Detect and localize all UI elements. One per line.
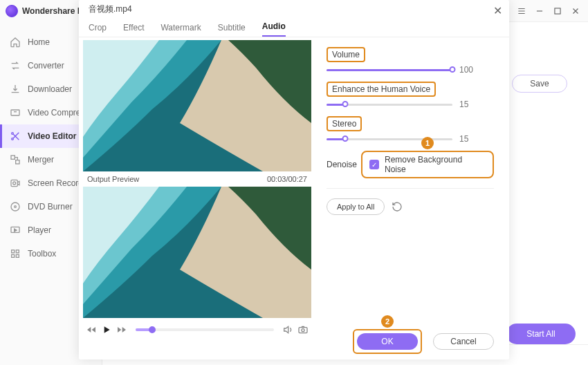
denoise-option-label: Remove Background Noise xyxy=(385,155,486,174)
grid-icon xyxy=(10,248,21,259)
preview-column: Output Preview 00:03/00:27 xyxy=(79,37,311,359)
preview-output[interactable] xyxy=(83,187,311,318)
sidebar-item-label: Home xyxy=(28,37,50,47)
stereo-slider[interactable] xyxy=(327,138,452,140)
prev-frame-icon[interactable] xyxy=(86,324,97,335)
converter-icon xyxy=(10,60,21,71)
volume-slider[interactable] xyxy=(327,69,452,71)
svg-point-6 xyxy=(13,182,16,185)
scissors-icon xyxy=(10,131,21,142)
preview-original[interactable] xyxy=(83,40,311,171)
volume-label: Volume xyxy=(327,47,365,62)
hamburger-icon[interactable] xyxy=(516,6,527,17)
sidebar-item-label: DVD Burner xyxy=(28,202,73,212)
svg-rect-3 xyxy=(11,156,15,159)
svg-rect-14 xyxy=(555,8,560,13)
maximize-icon[interactable] xyxy=(552,6,563,17)
download-icon xyxy=(10,84,21,95)
sidebar-item-label: Merger xyxy=(28,155,54,165)
play-button-icon[interactable] xyxy=(101,324,112,335)
preview-label: Output Preview xyxy=(87,175,139,183)
modal-tabs: Crop Effect Watermark Subtitle Audio xyxy=(79,18,509,37)
app-name: Wondershare l xyxy=(22,6,80,16)
svg-rect-12 xyxy=(12,254,15,257)
stereo-value: 15 xyxy=(459,134,479,144)
enhance-slider[interactable] xyxy=(327,104,452,106)
disc-icon xyxy=(10,201,21,212)
compress-icon xyxy=(10,107,21,118)
home-icon xyxy=(10,37,21,48)
modal-footer: 2 OK Cancel xyxy=(353,329,494,354)
modal-filename: 音视频.mp4 xyxy=(79,0,509,18)
sidebar-item-label: Toolbox xyxy=(28,249,56,259)
volume-icon[interactable] xyxy=(282,324,293,335)
svg-point-8 xyxy=(15,206,17,208)
window-close-icon[interactable] xyxy=(570,6,581,17)
record-icon xyxy=(10,178,21,189)
denoise-label: Denoise xyxy=(327,160,357,169)
sidebar-item-label: Player xyxy=(28,225,51,235)
play-icon xyxy=(10,225,21,236)
playback-controls xyxy=(83,318,311,341)
sidebar-item-label: Video Compres xyxy=(28,108,85,118)
svg-point-1 xyxy=(12,133,14,135)
minimize-icon[interactable] xyxy=(534,6,545,17)
enhance-value: 15 xyxy=(459,100,479,109)
svg-rect-4 xyxy=(16,160,19,164)
beach-thumbnail-icon xyxy=(83,187,311,318)
snapshot-icon[interactable] xyxy=(297,324,309,335)
preview-time: 00:03/00:27 xyxy=(267,175,307,183)
denoise-checkbox[interactable]: ✓ xyxy=(369,160,379,169)
ok-button[interactable]: OK xyxy=(357,333,418,350)
tab-effect[interactable]: Effect xyxy=(123,23,144,37)
sidebar-item-label: Converter xyxy=(28,61,64,71)
svg-rect-5 xyxy=(11,180,17,186)
svg-rect-0 xyxy=(11,110,19,115)
tab-subtitle[interactable]: Subtitle xyxy=(218,23,246,37)
tab-watermark[interactable]: Watermark xyxy=(160,23,201,37)
tab-crop[interactable]: Crop xyxy=(89,23,107,37)
start-all-button[interactable]: Start All xyxy=(506,324,576,344)
merge-icon xyxy=(10,154,21,165)
svg-rect-10 xyxy=(12,250,15,253)
stereo-label: Stereo xyxy=(327,116,362,131)
beach-thumbnail-icon xyxy=(83,40,311,171)
ok-highlight: 2 OK xyxy=(353,329,422,354)
svg-rect-13 xyxy=(16,254,19,257)
apply-to-all-button[interactable]: Apply to All xyxy=(327,198,385,215)
modal-close-icon[interactable]: ✕ xyxy=(491,4,504,17)
callout-1-icon: 1 xyxy=(421,137,434,149)
callout-2-icon: 2 xyxy=(381,315,394,328)
tab-audio[interactable]: Audio xyxy=(262,21,286,37)
svg-point-19 xyxy=(302,329,304,332)
sidebar-item-label: Video Editor xyxy=(28,131,76,141)
enhance-label: Enhance the Human Voice xyxy=(327,82,436,97)
next-frame-icon[interactable] xyxy=(116,324,127,335)
save-button[interactable]: Save xyxy=(512,75,567,93)
app-logo-icon xyxy=(6,5,18,17)
svg-point-7 xyxy=(11,203,19,211)
editor-modal: 音视频.mp4 ✕ Crop Effect Watermark Subtitle… xyxy=(79,0,509,359)
audio-settings: Volume 100 Enhance the Human Voice xyxy=(311,37,509,359)
timeline-slider[interactable] xyxy=(136,328,274,331)
svg-rect-11 xyxy=(16,250,19,253)
svg-point-2 xyxy=(12,138,14,140)
svg-rect-18 xyxy=(299,328,307,333)
reset-icon[interactable] xyxy=(392,201,403,212)
volume-value: 100 xyxy=(459,65,479,75)
sidebar-item-label: Downloader xyxy=(28,84,72,94)
denoise-option-highlight: 1 ✓ Remove Background Noise xyxy=(361,151,494,178)
cancel-button[interactable]: Cancel xyxy=(433,333,494,350)
